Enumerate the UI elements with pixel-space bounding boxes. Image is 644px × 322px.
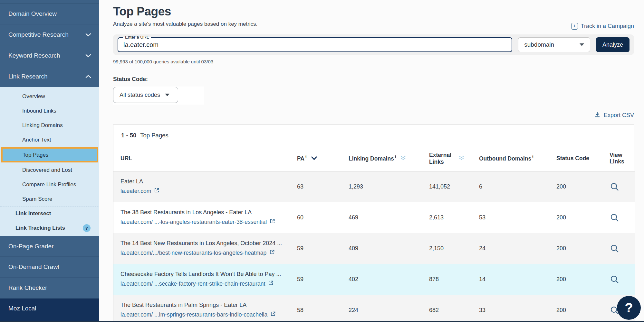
sidebar-item-anchor-text[interactable]: Anchor Text (0, 133, 99, 147)
external-link-icon (270, 311, 276, 318)
column-header-linking-domains[interactable]: Linking Domainsi (349, 146, 429, 171)
sidebar-item-top-pages-active[interactable]: Top Pages (1, 147, 98, 162)
info-icon[interactable]: i (395, 155, 396, 159)
info-icon[interactable]: i (305, 155, 306, 159)
url-search-bar: Enter a URL la.eater.com subdomain Analy… (113, 34, 634, 55)
text-cursor (159, 41, 159, 49)
sidebar-item-inbound-links[interactable]: Inbound Links (0, 104, 99, 118)
sidebar-item-label: Keyword Research (8, 52, 60, 59)
sidebar-item-link-research[interactable]: Link Research (0, 66, 99, 87)
scope-select-value: subdomain (524, 41, 554, 48)
results-range-bar: 1 - 50 Top Pages (113, 125, 634, 146)
sidebar-item-domain-overview[interactable]: Domain Overview (0, 4, 99, 24)
sidebar-item-label: Link Research (8, 73, 47, 80)
sidebar-item-link-intersect[interactable]: Link Intersect (0, 206, 99, 221)
page-url-link[interactable]: la.eater.com/ ...-los-angeles-restaurant… (120, 218, 294, 226)
page-subtitle: Analyze a site's most valuable pages bas… (113, 21, 634, 27)
linking-domains-value: 402 (349, 264, 429, 295)
chevron-down-icon (85, 31, 91, 38)
status-select-value: All status codes (120, 92, 160, 98)
status-code-label: Status Code: (113, 76, 634, 83)
magnifier-icon[interactable] (610, 274, 620, 284)
linking-domains-value: 224 (349, 295, 429, 322)
external-link-icon (154, 187, 160, 195)
external-links-value: 682 (429, 295, 479, 322)
page-url-link[interactable]: la.eater.com/ ...lm-springs-restaurants-… (120, 311, 294, 318)
magnifier-icon[interactable] (610, 213, 620, 223)
sidebar-item-compare-link-profiles[interactable]: Compare Link Profiles (0, 177, 99, 192)
column-header-pa[interactable]: PAi (297, 146, 349, 171)
pa-value: 59 (297, 233, 349, 264)
outbound-domains-value: 6 (479, 171, 556, 202)
count-badge: 7 (83, 224, 91, 232)
status-code-value: 200 (556, 295, 610, 322)
plus-square-icon: + (571, 23, 578, 30)
sidebar-item-keyword-research[interactable]: Keyword Research (0, 45, 99, 66)
page-url-text: la.eater.com/ ...secake-factory-rent-str… (120, 281, 265, 287)
page-url-text: la.eater.com (120, 188, 151, 195)
linking-domains-value: 409 (349, 233, 429, 264)
sidebar-item-on-demand-crawl[interactable]: On-Demand Crawl (0, 257, 99, 278)
sidebar-item-label: Discovered and Lost (22, 167, 72, 173)
sidebar-item-overview[interactable]: Overview (0, 89, 99, 104)
sidebar-item-label: Link Intersect (15, 210, 51, 217)
track-in-campaign-link[interactable]: + Track in a Campaign (571, 23, 634, 30)
help-button[interactable]: ? (617, 296, 641, 320)
table-row: The 14 Best New Restaurants in Los Angel… (113, 233, 635, 264)
page-url-text: la.eater.com/.../best-new-restaurants-lo… (120, 250, 266, 256)
info-icon[interactable]: i (532, 155, 533, 159)
question-mark-icon: ? (625, 300, 633, 316)
sidebar-item-label: Moz Local (8, 305, 36, 312)
page-title-text: Eater LA (120, 178, 294, 185)
external-link-icon (269, 249, 275, 257)
status-code-select[interactable]: All status codes (113, 87, 178, 103)
status-code-value: 200 (556, 171, 610, 202)
page-url-link[interactable]: la.eater.com/ ...secake-factory-rent-str… (120, 280, 294, 288)
page-title-text: The 14 Best New Restaurants in Los Angel… (120, 240, 294, 247)
sidebar-item-label: Anchor Text (22, 137, 51, 143)
link-research-submenu: Overview Inbound Links Linking Domains A… (0, 87, 99, 236)
sidebar-item-link-tracking-lists[interactable]: Link Tracking Lists 7 (0, 221, 99, 235)
sidebar-item-spam-score[interactable]: Spam Score (0, 192, 99, 206)
chevron-down-icon (85, 52, 91, 59)
sidebar: Domain Overview Competitive Research Key… (0, 0, 99, 322)
external-link-icon (268, 280, 274, 288)
page-url-link[interactable]: la.eater.com (120, 187, 294, 195)
url-input-label: Enter a URL (123, 35, 151, 40)
double-chevron-sort-icon[interactable] (400, 155, 406, 162)
sidebar-item-label: Domain Overview (8, 10, 57, 17)
url-input[interactable]: Enter a URL la.eater.com (118, 37, 512, 52)
status-code-value: 200 (556, 264, 610, 295)
analyze-button[interactable]: Analyze (596, 37, 630, 52)
magnifier-icon[interactable] (610, 244, 620, 253)
results-range: 1 - 50 (121, 132, 136, 139)
sidebar-item-moz-local[interactable]: Moz Local (0, 299, 99, 322)
table-row: Eater LA la.eater.com 63 1,293 141,052 6… (113, 171, 635, 202)
sidebar-item-on-page-grader[interactable]: On-Page Grader (0, 236, 99, 257)
export-csv-link[interactable]: Export CSV (594, 111, 634, 119)
main-content: Top Pages Analyze a site's most valuable… (99, 0, 644, 322)
status-code-value: 200 (556, 233, 610, 264)
sidebar-item-linking-domains[interactable]: Linking Domains (0, 118, 99, 133)
sidebar-item-label: Inbound Links (22, 108, 56, 114)
page-title-text: The Best Restaurants in Palm Springs - E… (120, 302, 294, 308)
sidebar-item-label: Top Pages (23, 152, 48, 158)
caret-down-icon (165, 94, 169, 96)
page-url-text: la.eater.com/ ...lm-springs-restaurants-… (120, 311, 267, 318)
table-header-row: URL PAi Linking Domainsi (113, 146, 635, 171)
url-input-value: la.eater.com (123, 41, 159, 49)
sidebar-item-label: Competitive Research (8, 31, 69, 38)
scope-select[interactable]: subdomain (518, 37, 590, 52)
sidebar-item-discovered-and-lost[interactable]: Discovered and Lost (0, 163, 99, 177)
sidebar-item-competitive-research[interactable]: Competitive Research (0, 24, 99, 45)
column-header-external-links[interactable]: External Links (429, 146, 479, 171)
sidebar-item-rank-checker[interactable]: Rank Checker (0, 278, 99, 299)
chevron-up-icon (85, 73, 91, 80)
sidebar-item-label: On-Page Grader (8, 243, 53, 250)
page-url-link[interactable]: la.eater.com/.../best-new-restaurants-lo… (120, 249, 294, 257)
sort-descending-icon[interactable] (311, 155, 317, 162)
column-header-outbound-domains[interactable]: Outbound Domainsi (479, 146, 556, 171)
pa-value: 59 (297, 264, 349, 295)
double-chevron-sort-icon[interactable] (459, 155, 464, 162)
magnifier-icon[interactable] (610, 182, 620, 192)
